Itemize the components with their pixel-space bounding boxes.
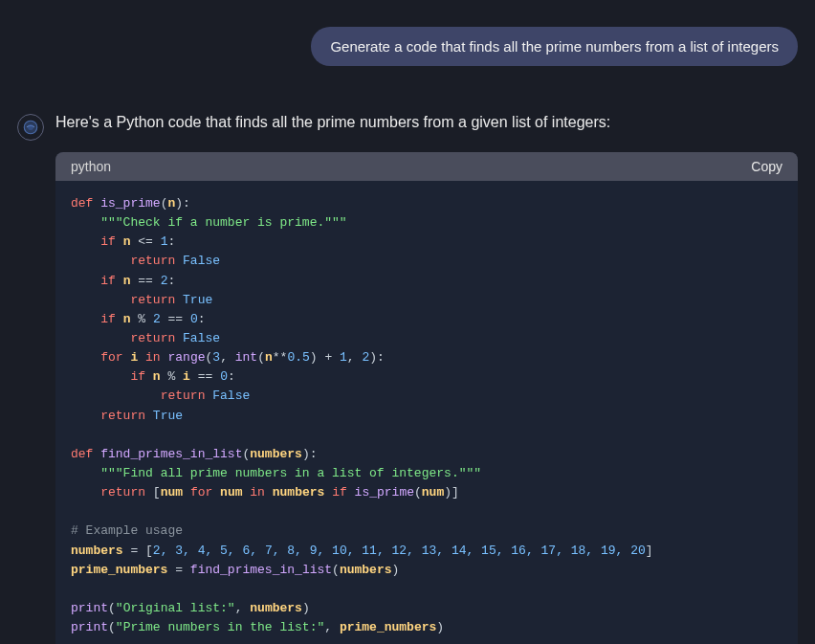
- num: 1: [340, 350, 347, 365]
- kw: if: [130, 369, 145, 384]
- assistant-avatar-icon: [22, 119, 39, 136]
- assistant-row: Here's a Python code that finds all the …: [17, 114, 798, 644]
- var: n: [153, 369, 161, 384]
- string: "Original list:": [116, 601, 235, 615]
- builtin-fn: range: [167, 350, 205, 365]
- builtin-fn: print: [71, 620, 108, 634]
- comment: # Example usage: [71, 523, 183, 538]
- user-message-row: Generate a code that finds all the prime…: [17, 27, 798, 66]
- keyword-def: def: [71, 196, 93, 211]
- kw: return: [161, 389, 206, 403]
- kw: def: [71, 447, 93, 461]
- kw: return: [130, 254, 175, 268]
- num: 0: [190, 312, 198, 326]
- docstring: """Find all prime numbers in a list of i…: [100, 466, 481, 480]
- code-content[interactable]: def is_prime(n): """Check if a number is…: [55, 181, 798, 644]
- param: numbers: [250, 447, 302, 461]
- num: 3: [212, 350, 220, 365]
- svg-point-1: [28, 124, 33, 130]
- var: n: [123, 234, 131, 249]
- var: numbers: [250, 601, 302, 615]
- assistant-content: Here's a Python code that finds all the …: [55, 114, 798, 644]
- var: i: [130, 350, 138, 365]
- user-message-bubble: Generate a code that finds all the prime…: [311, 27, 798, 66]
- kw: if: [100, 274, 116, 288]
- fn-call: is_prime: [355, 485, 414, 500]
- var: i: [183, 369, 190, 384]
- code-block: python Copy def is_prime(n): """Check if…: [55, 152, 798, 644]
- kw: for: [190, 485, 212, 500]
- copy-button[interactable]: Copy: [751, 159, 782, 174]
- var: n: [123, 274, 131, 288]
- code-header: python Copy: [55, 152, 798, 181]
- builtin: True: [183, 293, 212, 307]
- var: num: [220, 485, 242, 500]
- fn-name: is_prime: [100, 196, 160, 211]
- num: 0: [220, 369, 228, 384]
- var: n: [265, 350, 273, 365]
- var: num: [161, 485, 183, 500]
- assistant-intro-text: Here's a Python code that finds all the …: [55, 114, 798, 131]
- kw: if: [332, 485, 347, 500]
- var: numbers: [340, 563, 392, 577]
- kw: if: [100, 312, 116, 326]
- num: 2: [153, 312, 161, 326]
- builtin: False: [183, 254, 220, 268]
- kw: if: [100, 234, 116, 249]
- num: 1: [161, 234, 168, 249]
- kw: return: [100, 485, 145, 500]
- builtin-fn: print: [71, 601, 108, 615]
- var: numbers: [273, 485, 325, 500]
- builtin: False: [212, 389, 250, 403]
- num: 2: [161, 274, 168, 288]
- num: 0.5: [287, 350, 309, 365]
- user-message-text: Generate a code that finds all the prime…: [330, 38, 779, 55]
- var: prime_numbers: [340, 620, 436, 634]
- var: num: [422, 485, 444, 500]
- kw: return: [130, 331, 175, 345]
- string: "Prime numbers in the list:": [116, 620, 324, 634]
- fn-call: find_primes_in_list: [190, 563, 332, 577]
- builtin-fn: int: [235, 350, 257, 365]
- kw: return: [130, 293, 175, 307]
- num-list: 2, 3, 4, 5, 6, 7, 8, 9, 10, 11, 12, 13, …: [153, 544, 646, 558]
- assistant-avatar: [17, 114, 44, 141]
- fn-name: find_primes_in_list: [100, 447, 242, 461]
- docstring: """Check if a number is prime.""": [100, 215, 346, 230]
- var: numbers: [71, 544, 123, 558]
- kw: in: [250, 485, 265, 500]
- kw: for: [100, 350, 122, 365]
- var: prime_numbers: [71, 563, 167, 577]
- var: n: [123, 312, 131, 326]
- kw: return: [100, 409, 145, 423]
- builtin: True: [153, 409, 183, 423]
- code-language-label: python: [71, 159, 111, 174]
- kw: in: [145, 350, 161, 365]
- builtin: False: [183, 331, 220, 345]
